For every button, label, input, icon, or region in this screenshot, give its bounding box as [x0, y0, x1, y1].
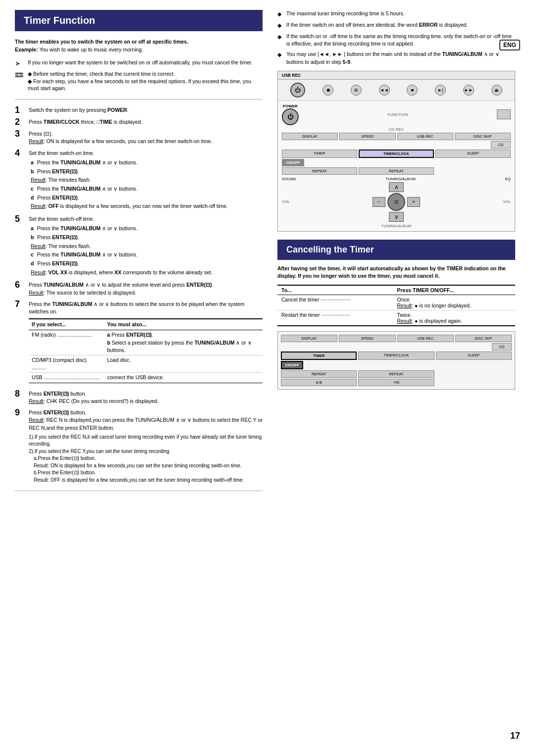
down-arrow-btn[interactable]: ∨	[389, 212, 404, 222]
bullet-2-text: If the timer switch on and off times are…	[286, 21, 468, 29]
remote-row-cd: CD	[282, 141, 511, 149]
repeat-btn-2[interactable]: REPEAT	[359, 167, 434, 175]
diamond-3: ◆	[277, 33, 284, 41]
power-circle-btn[interactable]: ⏻	[290, 83, 305, 98]
sr-discskp-btn[interactable]: DISC SKP	[455, 335, 512, 342]
step-5-result2: Result: VOL XX is displayed, where XX co…	[31, 269, 263, 276]
step-4b: b Press ENTER(⊡).	[31, 168, 263, 175]
sound-label: SOUND	[282, 177, 296, 181]
tuning-album-label: TUNING/ALBUM	[385, 177, 415, 181]
sr-onoff-btn[interactable]: ON/OFF	[281, 361, 303, 369]
bullet-1: ◆ The maximal tuner timing recording tim…	[277, 10, 515, 18]
actions-usb: connect the USB device.	[104, 373, 263, 383]
function-btn[interactable]	[497, 109, 511, 119]
disc-skip-btn[interactable]: DISC SKIP	[455, 133, 511, 140]
divider-1	[15, 99, 263, 100]
prev-btn[interactable]: ◄◄	[379, 85, 390, 96]
sr-speed-btn[interactable]: SPEED	[339, 335, 395, 342]
step-4d: d Press ENTER(⊡).	[31, 194, 263, 202]
table-row-fm: FM (radio) ........................ a Pr…	[29, 330, 263, 355]
onoff-btn[interactable]: ON/OFF	[282, 159, 304, 166]
step-8-number: 8	[15, 389, 29, 398]
step-3-result: Result: ON is displayed for a few second…	[29, 138, 213, 144]
sr-sleep-btn[interactable]: SLEEP	[436, 352, 512, 360]
cancel-action-2: Restart the timer ····················	[277, 310, 393, 326]
sr-timerclock-btn[interactable]: TIMER/CLOCK	[358, 352, 434, 360]
eject-btn[interactable]: ⏏	[491, 85, 502, 96]
sleep-btn[interactable]: SLEEP	[435, 150, 511, 158]
small-remote-row-ab: A-B +50	[281, 379, 512, 386]
enter-btn[interactable]: ⊡	[387, 193, 405, 211]
cancelling-timer-header: Cancelling the Timer	[277, 240, 515, 260]
tape-note-content: ◆ Before setting the timer, check that t…	[28, 70, 263, 92]
remote-control-image: USB REC ⏻ ⏺ ⊞ ◄◄ ■ ►| ►► ⏏	[277, 71, 515, 232]
sr-cd-btn[interactable]: CD	[492, 343, 512, 351]
usb-rec-label: USB REC	[282, 73, 301, 78]
step-9-content: Press ENTER(⊡) button. Result: REC N is …	[29, 409, 263, 484]
power-btn[interactable]: ⏻	[282, 108, 299, 125]
cancel-action-1: Cancel the timer ·····················	[277, 295, 393, 310]
cancel-instruction-1: Once. Result: ● is no longer displayed.	[393, 295, 516, 310]
step-7-content: Press the TUNING/ALBUM ∧ or ∨ buttons to…	[29, 301, 263, 386]
mode-btn[interactable]: ⊞	[351, 85, 362, 96]
step-3-number: 3	[15, 129, 29, 138]
left-btn[interactable]: −	[373, 197, 385, 207]
step-1-number: 1	[15, 105, 29, 114]
diamond-2: ◆	[277, 22, 284, 30]
cancel-table: To... Press TIMER ON/OFF... Cancel the t…	[277, 285, 515, 326]
display-btn[interactable]: DISPLAY	[282, 133, 338, 140]
up-arrow-btn[interactable]: ∧	[389, 182, 404, 192]
function-label: FUNCTION	[387, 112, 408, 117]
step-4-sub-steps: a Press the TUNING/ALBUM ∧ or ∨ buttons.…	[29, 159, 263, 210]
rec-btn[interactable]: ⏺	[322, 85, 333, 96]
step-6: 6 Press TUNING/ALBUM ∧ or ∨ to adjust th…	[15, 281, 263, 296]
sr-repeat1-btn[interactable]: REPEAT	[281, 370, 357, 378]
power-label: POWER	[283, 104, 298, 108]
power-group: POWER ⏻	[282, 104, 299, 125]
sr-repeat2-btn[interactable]: REPEAT	[358, 370, 434, 378]
step-9-number: 9	[15, 408, 29, 417]
speed-btn[interactable]: SPEED	[339, 133, 395, 140]
col-if-you-select: If you select...	[29, 319, 104, 330]
remote-row-sound-tuning: SOUND TUNING/ALBUM EQ	[282, 177, 511, 181]
cancel-row-2: Restart the timer ···················· T…	[277, 310, 515, 326]
intro-example: Example: You wish to wake up to music ev…	[15, 47, 143, 52]
eq-label: EQ	[505, 177, 511, 181]
remote-row-repeat: REPEAT REPEAT	[282, 167, 511, 175]
table-row-cd: CD/MP3 (compact disc) .......... Load di…	[29, 355, 263, 373]
next-btn[interactable]: ►►	[463, 85, 474, 96]
divider-2	[15, 491, 263, 491]
step-5-number: 5	[15, 214, 29, 223]
usb-rec-btn[interactable]: USB REC	[397, 133, 453, 140]
step-7-number: 7	[15, 300, 29, 308]
vol-right-label: VOL	[503, 200, 511, 204]
step-4a: a Press the TUNING/ALBUM ∧ or ∨ buttons.	[31, 159, 263, 166]
eng-badge: ENG	[499, 40, 520, 50]
tape-icon: 📼	[15, 70, 26, 80]
sr-usbrec-btn[interactable]: USB REC	[397, 335, 454, 342]
step-5d: d Press ENTER(⊡).	[31, 260, 263, 267]
source-usb: USB ....................................…	[29, 373, 104, 383]
cancel-row-1: Cancel the timer ····················· O…	[277, 295, 515, 310]
right-btn[interactable]: +	[407, 197, 420, 207]
timer-label-btn: TIMER	[282, 150, 357, 158]
stop-btn[interactable]: ■	[407, 85, 418, 96]
step-1: 1 Switch the system on by pressing POWER…	[15, 106, 263, 114]
sr-display-btn[interactable]: DISPLAY	[281, 335, 337, 342]
repeat-btn-1[interactable]: REPEAT	[282, 167, 357, 175]
timer-function-header: Timer Function	[15, 10, 263, 31]
page-number-text: 17	[510, 731, 520, 741]
cd-btn[interactable]: CD	[491, 141, 511, 149]
sr-spacer	[436, 370, 512, 378]
play-pause-btn[interactable]: ►|	[435, 85, 446, 96]
step-5b: b Press ENTER(⊡).	[31, 234, 263, 241]
transport-buttons-row: ⏻ ⏺ ⊞ ◄◄ ■ ►| ►► ⏏	[278, 80, 515, 101]
timer-clock-btn[interactable]: TIMER/CLOCK	[359, 150, 434, 158]
vol-left-label: VOL	[282, 200, 290, 204]
sr-ab-btn[interactable]: A-B	[281, 379, 357, 386]
usb-rec-bar: USB REC	[278, 71, 515, 80]
step-8-result: Result: CHK REC (Do you want to record?)…	[29, 398, 159, 404]
step-6-content: Press TUNING/ALBUM ∧ or ∨ to adjust the …	[29, 281, 263, 296]
step-4-content: Set the timer switch-on time. a Press th…	[29, 150, 263, 211]
sr-50-btn[interactable]: +50	[358, 379, 434, 386]
